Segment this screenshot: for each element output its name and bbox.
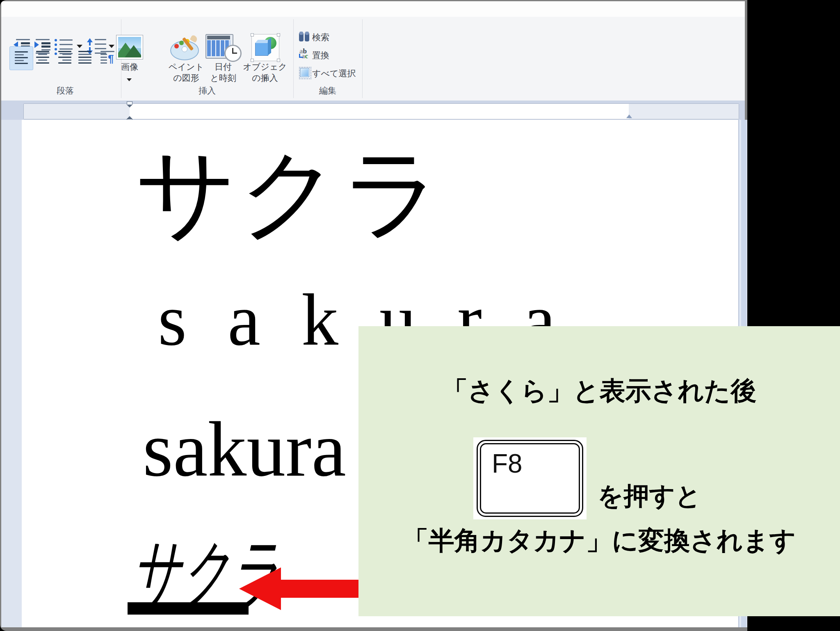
ruler[interactable] <box>23 103 739 119</box>
picture-icon <box>116 35 143 59</box>
date-time-label-line2: と時刻 <box>201 72 246 83</box>
group-label-edit: 編集 <box>293 84 362 97</box>
list-dropdown-arrow-icon[interactable] <box>77 45 82 48</box>
f8-key-label: F8 <box>492 448 523 479</box>
ruler-right-margin-section <box>629 104 739 119</box>
ribbon: ¶ 画像 <box>1 17 745 101</box>
calendar-clock-icon <box>205 34 241 60</box>
align-right-button[interactable] <box>57 49 73 67</box>
replace-label: 置換 <box>312 50 329 61</box>
group-label-paragraph: 段落 <box>9 84 121 97</box>
insert-object-label-line2: の挿入 <box>242 72 288 83</box>
thick-underline <box>128 602 249 615</box>
binoculars-icon <box>299 32 310 41</box>
paint-palette-icon <box>169 36 201 59</box>
select-all-icon <box>299 67 311 79</box>
annotation-callout: 「さくら」と表示された後 F8 を押すと 「半角カタカナ」に変換されます <box>358 326 840 616</box>
f8-key-image: F8 <box>473 437 587 519</box>
picture-dropdown-arrow-icon[interactable] <box>127 78 132 81</box>
title-strip <box>1 1 745 17</box>
find-label: 検索 <box>312 32 329 43</box>
ruler-left-margin-section <box>24 104 130 119</box>
insert-picture-label: 画像 <box>107 61 152 72</box>
group-separator <box>362 19 363 98</box>
red-arrow-shaft <box>279 580 361 598</box>
align-left-button-selected[interactable] <box>9 46 33 70</box>
ruler-row <box>1 101 745 120</box>
callout-after-key: を押すと <box>598 479 701 513</box>
callout-line2: 「半角カタカナ」に変換されます <box>358 526 840 555</box>
screenshot-frame: ¶ 画像 <box>0 0 840 631</box>
red-arrow-left-icon <box>239 567 281 610</box>
justify-button[interactable] <box>77 49 94 67</box>
callout-line1: 「さくら」と表示された後 <box>358 376 840 405</box>
date-time-label-line1: 日付 <box>201 61 246 72</box>
group-label-insert: 挿入 <box>121 84 293 97</box>
select-all-label: すべて選択 <box>312 68 356 79</box>
doc-line-katakana-large: サクラ <box>136 139 445 248</box>
doc-line-latin: sakura <box>143 410 346 488</box>
align-center-button[interactable] <box>35 49 51 67</box>
insert-object-icon <box>251 34 279 61</box>
f8-key-outer: F8 <box>477 440 583 517</box>
f8-key-inner: F8 <box>480 443 580 514</box>
replace-icon: ab ac <box>299 49 310 60</box>
